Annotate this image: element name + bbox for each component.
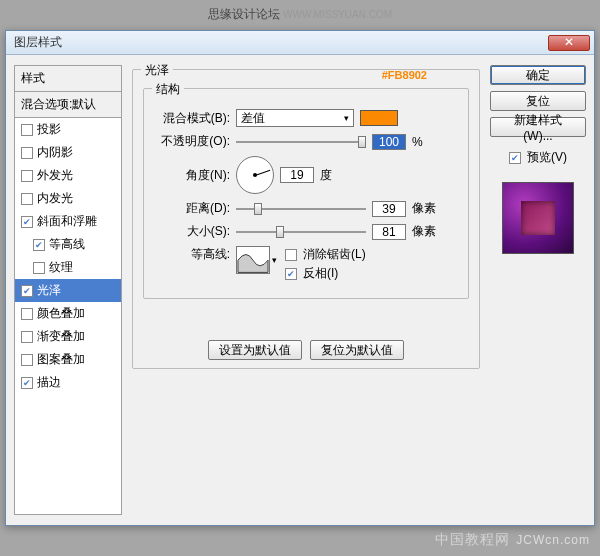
color-swatch[interactable] [360, 110, 398, 126]
chevron-down-icon: ▾ [344, 113, 349, 123]
sidebar-item[interactable]: 斜面和浮雕 [15, 210, 121, 233]
header-sub: WWW.MISSYUAN.COM [283, 9, 392, 20]
opacity-slider[interactable] [236, 134, 366, 150]
color-hex-label: #FB8902 [382, 69, 427, 81]
distance-input[interactable]: 39 [372, 201, 406, 217]
sidebar-item-label: 描边 [37, 374, 61, 391]
style-checkbox[interactable] [33, 262, 45, 274]
style-checkbox[interactable] [21, 354, 33, 366]
chevron-down-icon[interactable]: ▾ [270, 255, 279, 265]
style-checkbox[interactable] [21, 216, 33, 228]
ok-button[interactable]: 确定 [490, 65, 586, 85]
style-checkbox[interactable] [33, 239, 45, 251]
antialias-label: 消除锯齿(L) [303, 246, 366, 263]
sidebar-item[interactable]: 描边 [15, 371, 121, 394]
sidebar-item[interactable]: 外发光 [15, 164, 121, 187]
size-label: 大小(S): [154, 223, 230, 240]
sidebar-item-label: 投影 [37, 121, 61, 138]
style-checkbox[interactable] [21, 308, 33, 320]
sidebar-item-label: 颜色叠加 [37, 305, 85, 322]
sidebar-item-label: 内发光 [37, 190, 73, 207]
angle-dial[interactable] [236, 156, 274, 194]
size-unit: 像素 [412, 223, 436, 240]
sidebar-item[interactable]: 内阴影 [15, 141, 121, 164]
invert-checkbox[interactable] [285, 268, 297, 280]
sidebar-item-label: 等高线 [49, 236, 85, 253]
style-checkbox[interactable] [21, 147, 33, 159]
preview-thumbnail [502, 182, 574, 254]
sidebar-item[interactable]: 渐变叠加 [15, 325, 121, 348]
sidebar-item-label: 斜面和浮雕 [37, 213, 97, 230]
opacity-label: 不透明度(O): [154, 133, 230, 150]
reset-default-button[interactable]: 复位为默认值 [310, 340, 404, 360]
satin-fieldset: 光泽 #FB8902 结构 混合模式(B): 差值 ▾ 不透明度(O): [132, 69, 480, 369]
panel-title: 光泽 [141, 62, 173, 79]
cancel-button[interactable]: 复位 [490, 91, 586, 111]
style-checkbox[interactable] [21, 193, 33, 205]
invert-label: 反相(I) [303, 265, 338, 282]
contour-picker[interactable] [236, 246, 270, 274]
blend-mode-value: 差值 [241, 110, 265, 127]
structure-title: 结构 [152, 81, 184, 98]
sidebar-item[interactable]: 光泽 [15, 279, 121, 302]
set-default-button[interactable]: 设置为默认值 [208, 340, 302, 360]
style-checkbox[interactable] [21, 170, 33, 182]
opacity-unit: % [412, 135, 423, 149]
opacity-input[interactable]: 100 [372, 134, 406, 150]
structure-fieldset: 结构 混合模式(B): 差值 ▾ 不透明度(O): [143, 88, 469, 299]
sidebar-item[interactable]: 等高线 [15, 233, 121, 256]
style-checkbox[interactable] [21, 285, 33, 297]
header-main: 思缘设计论坛 [208, 7, 280, 21]
preview-label: 预览(V) [527, 149, 567, 166]
blend-mode-label: 混合模式(B): [154, 110, 230, 127]
size-input[interactable]: 81 [372, 224, 406, 240]
dialog-title: 图层样式 [10, 34, 548, 51]
sidebar-item-label: 外发光 [37, 167, 73, 184]
sidebar-item-label: 渐变叠加 [37, 328, 85, 345]
angle-input[interactable]: 19 [280, 167, 314, 183]
style-checkbox[interactable] [21, 331, 33, 343]
style-checkbox[interactable] [21, 377, 33, 389]
antialias-checkbox[interactable] [285, 249, 297, 261]
distance-unit: 像素 [412, 200, 436, 217]
sidebar-item-label: 纹理 [49, 259, 73, 276]
sidebar-item[interactable]: 图案叠加 [15, 348, 121, 371]
sidebar-item[interactable]: 内发光 [15, 187, 121, 210]
preview-checkbox[interactable] [509, 152, 521, 164]
titlebar[interactable]: 图层样式 ✕ [6, 31, 594, 55]
right-panel: 确定 复位 新建样式(W)... 预览(V) [490, 65, 586, 515]
angle-label: 角度(N): [154, 167, 230, 184]
main-panel: 光泽 #FB8902 结构 混合模式(B): 差值 ▾ 不透明度(O): [132, 65, 480, 515]
size-slider[interactable] [236, 224, 366, 240]
angle-unit: 度 [320, 167, 332, 184]
contour-label: 等高线: [154, 246, 230, 263]
watermark: 中国教程网JCWcn.com [435, 524, 590, 550]
styles-sidebar: 样式 混合选项:默认 投影内阴影外发光内发光斜面和浮雕等高线纹理光泽颜色叠加渐变… [14, 65, 122, 515]
style-checkbox[interactable] [21, 124, 33, 136]
sidebar-item-label: 光泽 [37, 282, 61, 299]
page-header: 思缘设计论坛 WWW.MISSYUAN.COM [0, 6, 600, 23]
sidebar-item-label: 内阴影 [37, 144, 73, 161]
sidebar-item[interactable]: 纹理 [15, 256, 121, 279]
layer-style-dialog: 图层样式 ✕ 样式 混合选项:默认 投影内阴影外发光内发光斜面和浮雕等高线纹理光… [5, 30, 595, 526]
close-button[interactable]: ✕ [548, 35, 590, 51]
new-style-button[interactable]: 新建样式(W)... [490, 117, 586, 137]
distance-slider[interactable] [236, 201, 366, 217]
blend-mode-select[interactable]: 差值 ▾ [236, 109, 354, 127]
sidebar-item[interactable]: 颜色叠加 [15, 302, 121, 325]
distance-label: 距离(D): [154, 200, 230, 217]
sidebar-defaults[interactable]: 混合选项:默认 [15, 92, 121, 118]
sidebar-item-label: 图案叠加 [37, 351, 85, 368]
sidebar-item[interactable]: 投影 [15, 118, 121, 141]
sidebar-heading: 样式 [15, 66, 121, 92]
